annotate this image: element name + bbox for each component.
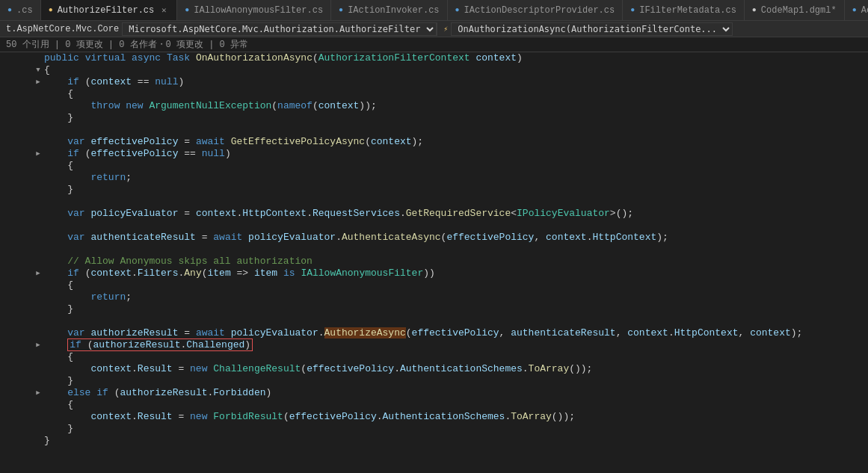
line-text-15 <box>44 220 868 232</box>
tab-icon-cs1: ● <box>7 6 12 14</box>
line-text-14: var policyEvaluator = context.HttpContex… <box>44 208 868 220</box>
line-text-32: } <box>44 423 868 435</box>
path-right: ⚡ OnAuthorizationAsync(AuthorizationFilt… <box>437 22 862 36</box>
path-left: t.AspNetCore.Mvc.Core Microsoft.AspNetCo… <box>6 22 437 36</box>
line-gutter-25: ▶ <box>32 339 44 351</box>
tab-icon-iallow: ● <box>185 6 189 14</box>
red-box-challenged: if (authorizeResult.Challenged) <box>67 338 253 351</box>
tab-label-imeta: IFilterMetadata.cs <box>639 5 736 16</box>
code-content[interactable]: public virtual async Task OnAuthorizatio… <box>0 52 868 473</box>
line-gutter-9: ▶ <box>32 148 44 160</box>
code-line-2: ▼ { <box>6 64 868 76</box>
line-text-21: return; <box>44 291 868 303</box>
tab-icon-iaction: ● <box>339 6 343 14</box>
tab-icon-imeta: ● <box>630 6 635 14</box>
collapse-arrow-9[interactable]: ▶ <box>36 148 40 160</box>
tab-label-iaction: IActionInvoker.cs <box>348 5 439 16</box>
line-text-30: { <box>44 399 868 411</box>
tab-icon-codemap: ● <box>752 6 757 14</box>
code-line-1: public virtual async Task OnAuthorizatio… <box>6 52 868 64</box>
code-line-31: context.Result = new ForbidResult(effect… <box>6 411 868 423</box>
code-line-16: var authenticateResult = await policyEva… <box>6 232 868 244</box>
line-text-1: public virtual async Task OnAuthorizatio… <box>44 52 868 64</box>
line-text-13 <box>44 196 868 208</box>
line-text-3: if (context == null) <box>44 76 868 88</box>
code-line-15 <box>6 220 868 232</box>
line-text-22: } <box>44 303 868 315</box>
tab-close-authorize[interactable]: ✕ <box>158 5 169 16</box>
tab-iallow[interactable]: ● IAllowAnonymousFilter.cs <box>177 0 331 20</box>
code-line-26: { <box>6 351 868 363</box>
code-line-23 <box>6 315 868 327</box>
line-text-8: var effectivePolicy = await GetEffective… <box>44 136 868 148</box>
line-text-24: var authorizeResult = await policyEvalua… <box>44 327 868 339</box>
tab-cs1[interactable]: ● .cs <box>0 0 41 20</box>
code-line-8: var effectivePolicy = await GetEffective… <box>6 136 868 148</box>
path-left-dropdown[interactable]: Microsoft.AspNetCore.Mvc.Authorization.A… <box>122 22 437 36</box>
code-line-28: } <box>6 375 868 387</box>
line-text-26: { <box>44 351 868 363</box>
line-text-12: } <box>44 184 868 196</box>
code-line-32: } <box>6 423 868 435</box>
code-line-25: ▶ if (authorizeResult.Challenged) <box>6 339 868 351</box>
line-text-10: { <box>44 160 868 172</box>
code-line-11: return; <box>6 172 868 184</box>
path-right-dropdown[interactable]: OnAuthorizationAsync(AuthorizationFilter… <box>451 22 733 36</box>
line-text-29: else if (authorizeResult.Forbidden) <box>44 387 868 399</box>
code-line-27: context.Result = new ChallengeResult(eff… <box>6 363 868 375</box>
collapse-arrow-3[interactable]: ▶ <box>36 76 40 88</box>
path-left-text: t.AspNetCore.Mvc.Core <box>6 24 119 34</box>
tab-bar: ● .cs ● AuthorizeFilter.cs ✕ ● IAllowAno… <box>0 0 868 21</box>
line-text-23 <box>44 315 868 327</box>
line-text-19: if (context.Filters.Any(item => item is … <box>44 268 868 279</box>
code-line-14: var policyEvaluator = context.HttpContex… <box>6 208 868 220</box>
code-line-19: ▶ if (context.Filters.Any(item => item i… <box>6 268 868 279</box>
tab-actionde[interactable]: ● ActionDe <box>845 0 868 20</box>
tab-authorize[interactable]: ● AuthorizeFilter.cs ✕ <box>41 0 178 20</box>
code-line-12: } <box>6 184 868 196</box>
code-line-22: } <box>6 303 868 315</box>
code-line-20: { <box>6 279 868 291</box>
code-line-17 <box>6 244 868 256</box>
tab-iaction[interactable]: ● IActionInvoker.cs <box>331 0 447 20</box>
code-area: public virtual async Task OnAuthorizatio… <box>0 52 868 473</box>
code-line-18: // Allow Anonymous skips all authorizati… <box>6 256 868 268</box>
line-text-4: { <box>44 88 868 100</box>
code-line-21: return; <box>6 291 868 303</box>
collapse-arrow-2[interactable]: ▼ <box>36 64 40 76</box>
line-text-2: { <box>44 64 868 76</box>
collapse-arrow-25[interactable]: ▶ <box>36 339 40 351</box>
tab-label-cs1: .cs <box>16 5 33 16</box>
code-line-4: { <box>6 88 868 100</box>
line-text-27: context.Result = new ChallengeResult(eff… <box>44 363 868 375</box>
code-line-9: ▶ if (effectivePolicy == null) <box>6 148 868 160</box>
code-line-5: throw new ArgumentNullException(nameof(c… <box>6 100 868 112</box>
collapse-arrow-19[interactable]: ▶ <box>36 268 40 279</box>
code-line-3: ▶ if (context == null) <box>6 76 868 88</box>
line-text-5: throw new ArgumentNullException(nameof(c… <box>44 100 868 112</box>
tab-imeta[interactable]: ● IFilterMetadata.cs <box>623 0 745 20</box>
tab-codemap[interactable]: ● CodeMap1.dgml* <box>745 0 845 20</box>
line-gutter-19: ▶ <box>32 268 44 279</box>
path-right-icon: ⚡ <box>443 25 448 34</box>
tab-icon-authorize: ● <box>49 6 53 14</box>
tab-label-actionde: ActionDe <box>861 5 868 16</box>
code-line-6: } <box>6 112 868 124</box>
line-text-18: // Allow Anonymous skips all authorizati… <box>44 256 868 268</box>
tab-label-iallow: IAllowAnonymousFilter.cs <box>194 5 323 16</box>
line-text-31: context.Result = new ForbidResult(effect… <box>44 411 868 423</box>
line-text-11: return; <box>44 172 868 184</box>
code-line-34 <box>6 447 868 459</box>
line-text-16: var authenticateResult = await policyEva… <box>44 232 868 244</box>
code-line-10: { <box>6 160 868 172</box>
line-text-9: if (effectivePolicy == null) <box>44 148 868 160</box>
tab-label-idesc: IActionDescriptorProvider.cs <box>464 5 615 16</box>
line-text-34 <box>44 447 868 459</box>
collapse-arrow-29[interactable]: ▶ <box>36 387 40 399</box>
line-text-28: } <box>44 375 868 387</box>
line-gutter-3: ▶ <box>32 76 44 88</box>
code-line-24: var authorizeResult = await policyEvalua… <box>6 327 868 339</box>
line-text-7 <box>44 124 868 136</box>
tab-idesc[interactable]: ● IActionDescriptorProvider.cs <box>448 0 624 20</box>
code-line-13 <box>6 196 868 208</box>
